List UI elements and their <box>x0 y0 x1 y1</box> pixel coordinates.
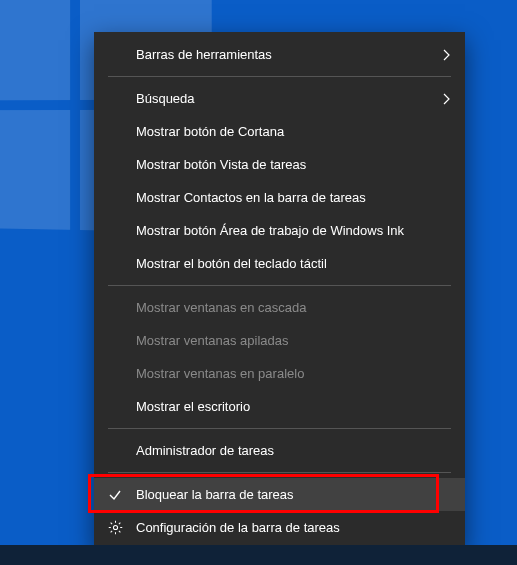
menu-item-taskview[interactable]: Mostrar botón Vista de tareas <box>94 148 465 181</box>
svg-line-5 <box>111 523 113 525</box>
menu-item-search[interactable]: Búsqueda <box>94 82 465 115</box>
menu-item-cortana[interactable]: Mostrar botón de Cortana <box>94 115 465 148</box>
menu-item-label: Mostrar botón Vista de tareas <box>136 157 451 172</box>
menu-item-label: Mostrar Contactos en la barra de tareas <box>136 190 451 205</box>
menu-item-label: Mostrar ventanas en paralelo <box>136 366 451 381</box>
taskbar-context-menu: Barras de herramientas Búsqueda Mostrar … <box>94 32 465 550</box>
svg-line-8 <box>119 523 121 525</box>
menu-item-label: Administrador de tareas <box>136 443 451 458</box>
menu-item-touch-keyboard[interactable]: Mostrar el botón del teclado táctil <box>94 247 465 280</box>
chevron-right-icon <box>443 49 451 61</box>
check-icon <box>108 488 136 502</box>
menu-separator <box>108 472 451 473</box>
menu-item-label: Mostrar el botón del teclado táctil <box>136 256 451 271</box>
svg-line-7 <box>111 531 113 533</box>
menu-item-show-desktop[interactable]: Mostrar el escritorio <box>94 390 465 423</box>
svg-point-0 <box>113 525 117 529</box>
menu-item-label: Mostrar ventanas en cascada <box>136 300 451 315</box>
chevron-right-icon <box>443 93 451 105</box>
menu-item-ink[interactable]: Mostrar botón Área de trabajo de Windows… <box>94 214 465 247</box>
menu-item-cascade: Mostrar ventanas en cascada <box>94 291 465 324</box>
menu-item-task-manager[interactable]: Administrador de tareas <box>94 434 465 467</box>
menu-item-stacked: Mostrar ventanas apiladas <box>94 324 465 357</box>
menu-item-label: Configuración de la barra de tareas <box>136 520 451 535</box>
menu-item-contacts[interactable]: Mostrar Contactos en la barra de tareas <box>94 181 465 214</box>
menu-item-label: Mostrar botón de Cortana <box>136 124 451 139</box>
menu-item-sidebyside: Mostrar ventanas en paralelo <box>94 357 465 390</box>
menu-separator <box>108 76 451 77</box>
menu-item-lock-taskbar[interactable]: Bloquear la barra de tareas <box>94 478 465 511</box>
menu-item-label: Mostrar el escritorio <box>136 399 451 414</box>
menu-item-label: Mostrar ventanas apiladas <box>136 333 451 348</box>
menu-item-label: Barras de herramientas <box>136 47 435 62</box>
menu-item-label: Bloquear la barra de tareas <box>136 487 451 502</box>
menu-item-taskbar-settings[interactable]: Configuración de la barra de tareas <box>94 511 465 544</box>
menu-item-label: Búsqueda <box>136 91 435 106</box>
menu-item-toolbars[interactable]: Barras de herramientas <box>94 38 465 71</box>
svg-line-6 <box>119 531 121 533</box>
taskbar[interactable] <box>0 545 517 565</box>
menu-separator <box>108 285 451 286</box>
gear-icon <box>108 520 136 535</box>
menu-item-label: Mostrar botón Área de trabajo de Windows… <box>136 223 451 238</box>
menu-separator <box>108 428 451 429</box>
